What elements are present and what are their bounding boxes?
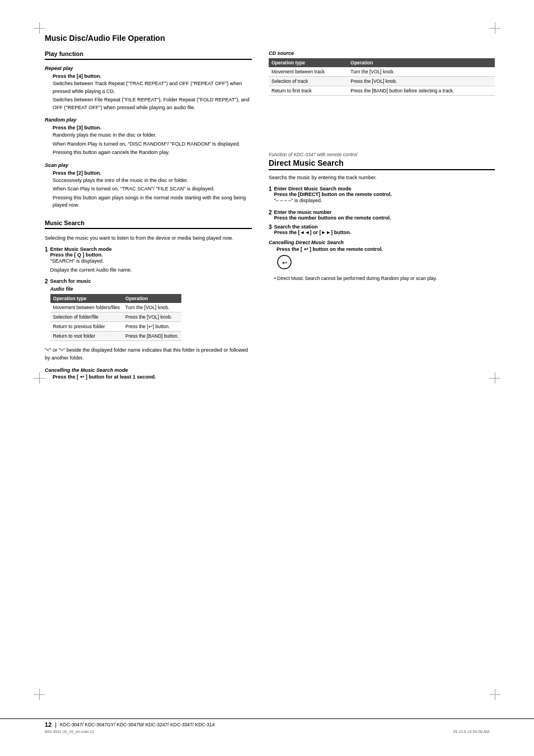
crosshair-mr — [489, 372, 500, 384]
direct-step3-content: Search the station Press the [◄◄] or [►►… — [274, 224, 352, 235]
page-number: 12 — [45, 721, 51, 728]
music-search-step1: 1 Enter Music Search mode Press the [ Q … — [45, 246, 252, 275]
direct-step3-action: Press the [◄◄] or [►►] button. — [274, 230, 352, 235]
random-play-line2: When Random Play is turned on, "DISC RAN… — [53, 141, 252, 148]
direct-step1-note: "– – – –" is displayed. — [274, 197, 392, 205]
footer-date: 09.10.8 10:54:06 AM — [267, 730, 489, 734]
step1-action: Press the [ Q ] button. — [50, 252, 103, 258]
folder-note: "<" or ">" beside the displayed folder n… — [45, 347, 252, 362]
table-cell: Movement between folders/files — [50, 303, 123, 312]
page-title: Music Disc/Audio File Operation — [45, 34, 495, 43]
cd-source-table: Operation type Operation Movement betwee… — [269, 58, 495, 96]
table-row: Return to previous folderPress the [↩] b… — [50, 322, 182, 332]
table-cell: Press the [VOL] knob. — [348, 77, 495, 86]
direct-step2-title: Enter the music number — [274, 209, 332, 215]
function-label: Function of KDC-3347 with remote control — [269, 152, 495, 157]
table-row: Movement between folders/filesTurn the [… — [50, 303, 182, 312]
table-cell: Press the [BAND] button. — [123, 332, 181, 341]
direct-step1-row: 1 Enter Direct Music Search mode Press t… — [269, 186, 495, 206]
direct-step3-num: 3 — [269, 224, 272, 235]
direct-step3-title: Search the station — [274, 224, 318, 230]
table-row: Selection of folder/filePress the [VOL] … — [50, 312, 182, 322]
direct-step2-action: Press the number buttons on the remote c… — [274, 215, 391, 221]
left-column: Play function Repeat play Press the [4] … — [45, 50, 252, 381]
step2-num: 2 — [45, 278, 48, 344]
cd-table-header-row: Operation type Operation — [269, 58, 495, 67]
page: Music Disc/Audio File Operation Play fun… — [0, 0, 534, 756]
direct-step2-row: 2 Enter the music number Press the numbe… — [269, 209, 495, 221]
table-row: Selection of trackPress the [VOL] knob. — [269, 77, 495, 86]
direct-music-title: Direct Music Search — [269, 158, 495, 170]
cancel-icon: ↩ — [277, 254, 495, 273]
table-cell: Movement between track — [269, 67, 348, 77]
direct-music-search-section: Function of KDC-3347 with remote control… — [269, 152, 495, 282]
table-cell: Return to root folder — [50, 332, 123, 341]
direct-music-intro: Searchs the music by entering the track … — [269, 175, 495, 180]
page-number-bar: 12 | KDC-3047/ KDC-3047GY/ KDC-3047M/ KD… — [0, 718, 534, 728]
step1-line2: Displays the current Audio file name. — [50, 267, 132, 274]
audio-file-label: Audio file — [50, 286, 182, 292]
cancel-icon-svg: ↩ — [277, 254, 292, 270]
repeat-play-line2: Switches between File Repeat ("FILE REPE… — [53, 96, 252, 111]
table-cell: Press the [↩] button. — [123, 322, 181, 332]
right-column: CD source Operation type Operation Movem… — [269, 50, 495, 381]
step1-content: Enter Music Search mode Press the [ Q ] … — [50, 246, 132, 275]
table-row: Movement between trackTurn the [VOL] kno… — [269, 67, 495, 77]
table-row: Return to root folderPress the [BAND] bu… — [50, 332, 182, 341]
table-cell: Turn the [VOL] knob. — [123, 303, 181, 312]
crosshair-tl — [34, 22, 45, 34]
cd-source-label: CD source — [269, 50, 495, 56]
direct-step3: 3 Search the station Press the [◄◄] or [… — [269, 224, 495, 235]
random-play-line1: Randomly plays the music in the disc or … — [53, 132, 252, 139]
direct-step1-title: Enter Direct Music Search mode — [274, 186, 352, 192]
direct-step1-content: Enter Direct Music Search mode Press the… — [274, 186, 392, 206]
step1-title: Enter Music Search mode — [50, 246, 112, 252]
audio-table-header-row: Operation type Operation — [50, 294, 182, 303]
direct-step1: 1 Enter Direct Music Search mode Press t… — [269, 186, 495, 206]
direct-step2-content: Enter the music number Press the number … — [274, 209, 391, 221]
cancelling-direct-action: Press the [ ↩ ] button on the remote con… — [277, 246, 495, 252]
audio-table-head: Operation type Operation — [50, 294, 182, 303]
music-search-section: Music Search Selecting the music you wan… — [45, 220, 252, 380]
direct-step1-action: Press the [DIRECT] button on the remote … — [274, 192, 392, 197]
step1-row: 1 Enter Music Search mode Press the [ Q … — [45, 246, 252, 275]
table-cell: Press the [BAND] button before selecting… — [348, 86, 495, 96]
direct-step1-num: 1 — [269, 186, 272, 206]
music-search-intro: Selecting the music you want to listen t… — [45, 235, 252, 242]
table-row: Return to first trackPress the [BAND] bu… — [269, 86, 495, 96]
footer-file: B64 4591 00_00_en.indd 12 — [45, 730, 267, 734]
audio-file-table: Operation type Operation Movement betwee… — [50, 294, 182, 341]
crosshair-bl — [34, 689, 45, 700]
cancelling-music-action: Press the [ ↩ ] button for at least 1 se… — [53, 374, 252, 380]
two-column-layout: Play function Repeat play Press the [4] … — [45, 50, 495, 381]
page-sep: | — [55, 721, 57, 728]
cd-table-body: Movement between trackTurn the [VOL] kno… — [269, 67, 495, 96]
scan-play-heading: Scan play — [45, 162, 252, 168]
cancelling-direct-label: Cancelling Direct Music Search — [269, 240, 495, 245]
crosshair-tr — [489, 22, 500, 34]
table-cell: Selection of track — [269, 77, 348, 86]
footer: B64 4591 00_00_en.indd 12 09.10.8 10:54:… — [0, 730, 534, 734]
music-search-title: Music Search — [45, 220, 252, 229]
repeat-play-line1: Switches between Track Repeat ("TRAC REP… — [53, 80, 252, 95]
table-cell: Return to previous folder — [50, 322, 123, 332]
table-cell: Turn the [VOL] knob. — [348, 67, 495, 77]
scan-play-line1: Successively plays the intro of the musi… — [53, 177, 252, 185]
random-play-line3: Pressing this button again cancels the R… — [53, 149, 252, 157]
music-search-step2: 2 Search for music Audio file Operation … — [45, 278, 252, 344]
scan-play-line3: Pressing this button again plays songs i… — [53, 194, 252, 209]
step2-row: 2 Search for music Audio file Operation … — [45, 278, 252, 344]
repeat-play-heading: Repeat play — [45, 66, 252, 71]
repeat-play-step: Press the [4] button. — [53, 73, 252, 79]
audio-col-operation: Operation — [123, 294, 181, 303]
step1-num: 1 — [45, 246, 48, 275]
step1-line1: "SEARCH" is displayed. — [50, 258, 132, 265]
table-cell: Selection of folder/file — [50, 312, 123, 322]
cancelling-music-search: Cancelling the Music Search mode Press t… — [45, 367, 252, 380]
direct-step2: 2 Enter the music number Press the numbe… — [269, 209, 495, 221]
direct-step3-row: 3 Search the station Press the [◄◄] or [… — [269, 224, 495, 235]
cd-col-operation-type: Operation type — [269, 58, 348, 67]
play-function-title: Play function — [45, 50, 252, 60]
audio-table-body: Movement between folders/filesTurn the [… — [50, 303, 182, 341]
cancelling-direct-search: Cancelling Direct Music Search Press the… — [269, 240, 495, 282]
